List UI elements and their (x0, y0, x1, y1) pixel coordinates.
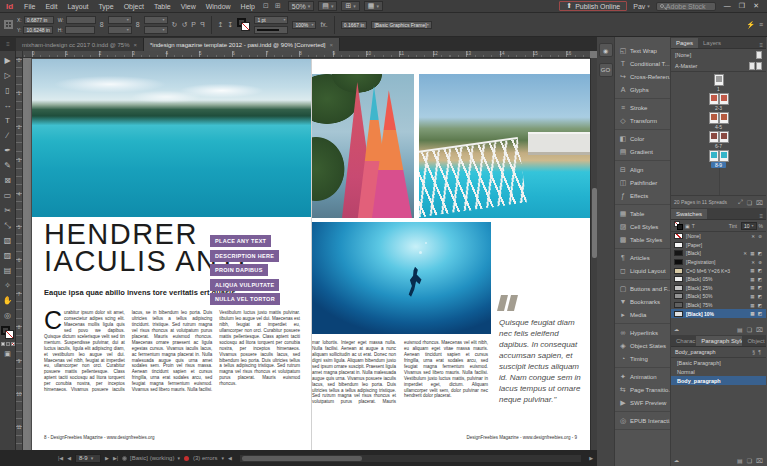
tool-button[interactable]: ✧ (1, 278, 15, 293)
collapsed-panel-item[interactable]: ∞ Hyperlinks (615, 326, 670, 339)
apply-gradient-button[interactable] (6, 342, 10, 346)
collapsed-panel-item[interactable]: T Conditional T... (615, 57, 670, 70)
tab-object-styles[interactable]: Object (742, 336, 766, 346)
collapsed-panel-item[interactable]: ▶ SWF Preview (615, 396, 670, 409)
collapsed-panel-item[interactable]: ◱ Text Wrap (615, 44, 670, 57)
collapsed-panel-item[interactable]: ◇ Transform (615, 114, 670, 127)
stroke-weight-dropdown[interactable]: 1 pt▾ (254, 16, 288, 24)
tab-layers[interactable]: Layers (698, 38, 726, 48)
cc-libraries-icon[interactable]: ☁ (674, 457, 679, 463)
dock-strip-button[interactable]: GO (599, 63, 613, 77)
scale-x-field[interactable]: ▾ (108, 16, 132, 24)
panel-menu-icon[interactable]: ≡ (759, 21, 763, 29)
new-style-icon[interactable]: ❏ (747, 457, 752, 464)
first-page-button[interactable]: |◀ (58, 455, 63, 461)
previous-page-button[interactable]: ◀ (67, 455, 71, 461)
collapsed-panel-item[interactable]: ▼ Bookmarks (615, 295, 670, 308)
object-style-dropdown[interactable]: [Basic Graphics Frame]▾ (371, 21, 431, 29)
minimize-button[interactable]: — (724, 2, 731, 10)
rotation-angle-field[interactable]: ▾ (144, 16, 168, 24)
swatch-row[interactable]: [Black] 50% ▦ ◩ (671, 292, 766, 301)
scroll-left-button[interactable]: ◀ (228, 455, 232, 461)
preflight-status[interactable]: [Basic] (working) ▾ (122, 455, 180, 461)
scuba-diver-image[interactable] (312, 222, 491, 334)
collapsed-panel-item[interactable]: ≡ Stroke (615, 101, 670, 114)
body-text-columns[interactable]: Curabitur ipsum dolor sit amet, consecte… (44, 310, 300, 430)
vertical-ruler[interactable]: 01234567891011 (16, 58, 23, 450)
collapsed-panel-item[interactable]: ⇆ Page Transitio... (615, 383, 670, 396)
corner-options-field[interactable]: 0.1667 in (341, 21, 368, 29)
right-page[interactable]: mar lobortis. Integer eget massa nulla. … (311, 59, 590, 450)
scale-y-field[interactable]: ▾ (108, 26, 132, 34)
subtitle[interactable]: Eaque ipsa quae abillo invens tore verit… (44, 288, 237, 297)
menu-item[interactable]: Layout (62, 3, 93, 10)
collapsed-panel-item[interactable]: ◈ Object States (615, 339, 670, 352)
tool-button[interactable]: ⊠ (1, 173, 15, 188)
menu-item[interactable]: Edit (40, 3, 62, 10)
island-panorama-image[interactable] (32, 59, 311, 217)
toolbar-fill-stroke[interactable] (1, 326, 14, 339)
menu-item[interactable]: File (19, 3, 40, 10)
menu-item[interactable]: Window (201, 3, 236, 10)
sidebar-label[interactable]: DESCRIPTION HERE (210, 250, 279, 262)
screen-mode-dropdown[interactable]: ▤▾ (318, 1, 337, 11)
panel-menu-icon[interactable]: ≡ (759, 213, 766, 219)
tab-swatches[interactable]: Swatches (671, 209, 707, 219)
menu-item[interactable]: Object (119, 3, 149, 10)
restore-button[interactable]: ❐ (739, 2, 745, 10)
sidebar-label[interactable]: PLACE ANY TEXT (210, 235, 271, 247)
collapsed-panel-item[interactable]: ▸ Media (615, 308, 670, 321)
sidebar-label[interactable]: PROIN DAPIBUS (210, 264, 268, 276)
paragraph-style-row[interactable]: [Basic Paragraph] (671, 358, 766, 367)
last-page-button[interactable]: ▶| (113, 455, 118, 461)
swatch-row[interactable]: [Registration] ✕ ⊕ (671, 258, 766, 267)
tool-button[interactable]: ▨ (1, 248, 15, 263)
tint-dropdown[interactable]: 10 ▾ (741, 222, 757, 230)
select-content-icon[interactable]: ↧ (228, 21, 234, 29)
pool-resort-image[interactable] (419, 74, 590, 218)
adobe-stock-search-input[interactable]: Adobe Stock (656, 2, 716, 11)
magazine-spread[interactable]: HENDRER IACULIS ANTE Eaque ipsa quae abi… (32, 59, 590, 450)
tool-button[interactable]: ✎ (1, 158, 15, 173)
width-field[interactable] (66, 16, 96, 24)
collapsed-panel-item[interactable]: ¶ Articles (615, 251, 670, 264)
collapsed-panel-item[interactable]: A Glyphs (615, 83, 670, 96)
collapsed-panel-item[interactable]: ◻ Liquid Layout (615, 264, 670, 277)
view-options-dropdown[interactable]: ⊞▾ (341, 1, 359, 11)
collapsed-panel-item[interactable]: ▦ Table (615, 207, 670, 220)
collapsed-panel-item[interactable]: ▨ Cell Styles (615, 220, 670, 233)
swatch-row[interactable]: [Black] ✕ ▦ ◩ (671, 249, 766, 258)
paragraph-style-row[interactable]: Normal (671, 367, 766, 376)
arrange-documents-dropdown[interactable]: ▦▾ (364, 1, 383, 11)
menu-item[interactable]: View (176, 3, 201, 10)
swatch-fill-stroke-proxy[interactable] (674, 221, 683, 230)
tool-button[interactable]: ▤ (1, 263, 15, 278)
master-page-row[interactable]: A-Master (671, 60, 766, 71)
tool-button[interactable]: ◎ (1, 308, 15, 323)
tool-button[interactable]: ▶ (1, 53, 15, 68)
error-count[interactable]: (3) errors (193, 455, 218, 461)
apply-none-button[interactable] (11, 342, 15, 346)
fill-swatch-none[interactable] (241, 22, 250, 31)
screen-mode-button[interactable]: ▣ (4, 350, 11, 358)
ruler-origin-corner[interactable] (16, 51, 23, 58)
new-color-group-icon[interactable]: ▤ (737, 326, 743, 333)
collapsed-panel-item[interactable]: ▤ Gradient (615, 145, 670, 158)
menu-item[interactable]: Table (149, 3, 176, 10)
formatting-text-icon[interactable]: T (692, 223, 695, 229)
collapsed-panel-item[interactable]: ▢ Buttons and F... (615, 282, 670, 295)
constrain-scale-icon[interactable]: 8 (136, 21, 140, 29)
workspace-switcher[interactable]: Pav ▾ (633, 3, 650, 10)
swatch-row[interactable]: [Black] 25% ▦ ◩ (671, 284, 766, 293)
swatch-row[interactable]: [None] ✕ ⊘ (671, 232, 766, 241)
tool-button[interactable]: ✒ (1, 143, 15, 158)
page-spread-item[interactable]: 2-3 (709, 93, 729, 111)
next-page-button[interactable]: ▶ (105, 455, 109, 461)
sidebar-label[interactable]: ALIQUA VULPUTATE (210, 279, 279, 291)
delete-style-icon[interactable]: ⌧ (756, 457, 763, 464)
tool-button[interactable]: ∕ (1, 128, 15, 143)
tool-button[interactable]: ▭ (1, 188, 15, 203)
gpu-performance-icon[interactable]: ⚡ (746, 21, 755, 29)
horizontal-scrollbar[interactable] (240, 455, 581, 462)
reference-point-proxy[interactable] (4, 20, 13, 29)
